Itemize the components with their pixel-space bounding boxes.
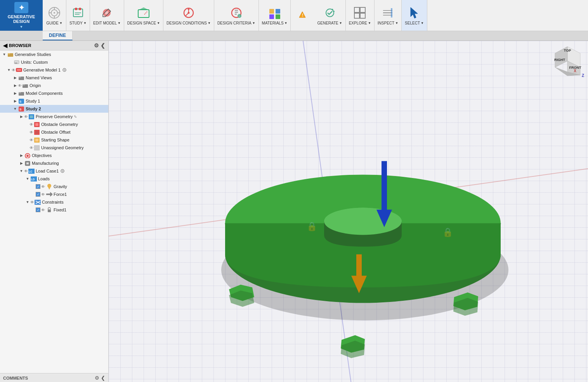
- tree-item-obstacle-offset[interactable]: 👁 Obstacle Offset: [0, 128, 108, 136]
- eye-fixed1[interactable]: 👁: [41, 208, 45, 212]
- obstacle-offset-label: Obstacle Offset: [41, 130, 71, 134]
- tree-item-starting-shape[interactable]: 👁 Starting Shape: [0, 136, 108, 144]
- tree-item-study1[interactable]: ▶ S Study 1: [0, 97, 108, 105]
- preserve-geo-edit-icon[interactable]: ✎: [74, 115, 77, 119]
- toggle-preserve-geo[interactable]: ▶: [19, 115, 24, 119]
- select-button[interactable]: SELECT ▼: [402, 0, 427, 31]
- guide-button[interactable]: GUIDE ▼: [43, 0, 66, 31]
- browser-collapse-icon[interactable]: ❮: [101, 42, 105, 49]
- svg-marker-42: [411, 7, 418, 18]
- manufacturing-label: Manufacturing: [32, 161, 59, 166]
- eye-origin[interactable]: 👁: [18, 84, 22, 88]
- objectives-label: Objectives: [32, 153, 52, 158]
- eye-obstacle-geo[interactable]: 👁: [29, 122, 33, 127]
- toolbar-explore-group: EXPLORE ▼: [346, 0, 375, 31]
- inspect-button[interactable]: INSPECT ▼: [375, 0, 401, 31]
- designconditions-button[interactable]: DESIGN CONDITIONS ▼: [163, 0, 214, 31]
- comments-collapse-icon[interactable]: ❮: [101, 375, 105, 381]
- eye-load-case1[interactable]: 👁: [24, 169, 28, 173]
- toggle-loads[interactable]: ▼: [25, 177, 30, 181]
- tree-item-gen-studies[interactable]: ▼ Generative Studies: [0, 51, 108, 58]
- explore-icon: [353, 6, 367, 20]
- tree-item-preserve-geo[interactable]: ▶ 👁 Preserve Geometry ✎: [0, 113, 108, 120]
- toolbar-designconditions-group: DESIGN CONDITIONS ▼: [163, 0, 214, 31]
- gravity-checkbox[interactable]: ✓: [36, 184, 40, 189]
- svg-rect-54: [23, 84, 25, 85]
- eye-gravity[interactable]: 👁: [41, 185, 45, 189]
- toggle-manufacturing[interactable]: ▶: [19, 161, 24, 165]
- force1-icon: [46, 191, 52, 197]
- toggle-study2[interactable]: ▼: [12, 107, 18, 111]
- loads-icon: LD: [31, 176, 37, 182]
- tree-item-load-case1[interactable]: ▼ 👁 LC Load Case1: [0, 167, 108, 175]
- fixed1-checkbox[interactable]: ✓: [36, 208, 40, 212]
- tree-item-force1[interactable]: ✓ 👁 Force1: [0, 190, 108, 198]
- svg-point-77: [62, 171, 63, 172]
- tree-item-study2[interactable]: ▼ S Study 2: [0, 105, 108, 113]
- editmodel-button[interactable]: EDIT MODEL ▼: [90, 0, 124, 31]
- comments-settings-icon[interactable]: ⚙: [95, 375, 99, 381]
- toggle-constraints[interactable]: ▼: [25, 200, 30, 204]
- tree-item-constraints[interactable]: ▼ 👁 Constraints: [0, 198, 108, 206]
- loadcase1-settings-icon[interactable]: [59, 168, 66, 174]
- eye-obstacle-offset[interactable]: 👁: [29, 130, 33, 134]
- tree-item-fixed1[interactable]: ✓ 👁 Fixed1: [0, 206, 108, 214]
- lock-icon: [46, 207, 52, 213]
- eye-constraints[interactable]: 👁: [30, 200, 34, 204]
- eye-preserve-geo[interactable]: 👁: [24, 115, 28, 119]
- toggle-study1[interactable]: ▶: [12, 99, 18, 103]
- toggle-gen-model[interactable]: ▼: [6, 68, 12, 72]
- toggle-model-components[interactable]: ▶: [12, 91, 18, 95]
- model-components-label: Model Components: [26, 91, 62, 96]
- eye-gen-model[interactable]: 👁: [12, 68, 16, 72]
- starting-shape-label: Starting Shape: [41, 138, 69, 142]
- eye-starting-shape[interactable]: 👁: [29, 138, 33, 142]
- generate-warning-button[interactable]: !: [291, 0, 314, 31]
- force1-checkbox[interactable]: ✓: [36, 192, 40, 197]
- toggle-objectives[interactable]: ▶: [19, 153, 24, 157]
- toolbar-designspace-group: DESIGN SPACE ▼: [124, 0, 163, 31]
- study-button[interactable]: STUDY ▼: [66, 0, 90, 31]
- comments-label: COMMENTS: [3, 376, 28, 380]
- tab-define[interactable]: DEFINE: [43, 31, 73, 40]
- force1-label: Force1: [54, 192, 67, 197]
- tree-item-gen-model[interactable]: ▼ 👁 Generative Model 1: [0, 66, 108, 74]
- toggle-load-case1[interactable]: ▼: [19, 169, 24, 173]
- browser-back-icon[interactable]: ◀: [3, 42, 7, 49]
- viewport[interactable]: 🔒 🔒 TOP FRONT RIGHT Z X: [109, 41, 588, 382]
- app-logo[interactable]: ✦ GENERATIVE DESIGN ▼: [0, 0, 43, 31]
- nav-cube-container[interactable]: TOP FRONT RIGHT Z X: [551, 45, 584, 78]
- tree-item-loads[interactable]: ▼ LD Loads: [0, 175, 108, 183]
- eye-unassigned-geo[interactable]: 👁: [29, 146, 33, 150]
- designspace-button[interactable]: DESIGN SPACE ▼: [124, 0, 163, 31]
- gen-studies-label: Generative Studies: [15, 52, 51, 57]
- tree-item-manufacturing[interactable]: ▶ Manufacturing: [0, 159, 108, 167]
- tree-item-unassigned-geo[interactable]: 👁 Unassigned Geometry: [0, 144, 108, 152]
- materials-button[interactable]: MATERIALS ▼: [259, 0, 291, 31]
- tree-item-origin[interactable]: ▶ 👁 Origin: [0, 82, 108, 89]
- svg-rect-34: [354, 7, 359, 12]
- toggle-origin[interactable]: ▶: [12, 84, 18, 87]
- eye-force1[interactable]: 👁: [41, 192, 45, 197]
- browser-settings-icon[interactable]: ⚙: [94, 42, 99, 49]
- loadcase-icon: LC: [28, 168, 35, 174]
- nav-cube[interactable]: TOP FRONT RIGHT: [551, 45, 584, 78]
- tree-item-obstacle-geo[interactable]: 👁 Obstacle Geometry: [0, 120, 108, 128]
- unassigned-geo-label: Unassigned Geometry: [41, 145, 83, 150]
- editmodel-icon: [100, 6, 114, 20]
- explore-button[interactable]: EXPLORE ▼: [346, 0, 374, 31]
- toggle-named-views[interactable]: ▶: [12, 76, 18, 80]
- tree-item-objectives[interactable]: ▶ Objectives: [0, 152, 108, 159]
- tree-item-gravity[interactable]: ✓ 👁 Gravity: [0, 183, 108, 190]
- tree-item-named-views[interactable]: ▶ Named Views: [0, 74, 108, 82]
- generate-button[interactable]: GENERATE ▼: [314, 0, 345, 31]
- designcriteria-button[interactable]: ✓ DESIGN CRITERIA ▼: [214, 0, 258, 31]
- toolbar-designcriteria-group: ✓ DESIGN CRITERIA ▼: [214, 0, 259, 31]
- toggle-gen-studies[interactable]: ▼: [2, 52, 7, 56]
- gen-model-label: Generative Model 1: [23, 68, 61, 72]
- app-dropdown-arrow[interactable]: ▼: [20, 25, 23, 29]
- tree-item-units[interactable]: txt Units: Custom: [0, 58, 108, 66]
- tree-item-model-components[interactable]: ▶ Model Components: [0, 89, 108, 97]
- svg-text:S: S: [19, 108, 22, 111]
- genmodel-settings-icon[interactable]: [61, 67, 68, 73]
